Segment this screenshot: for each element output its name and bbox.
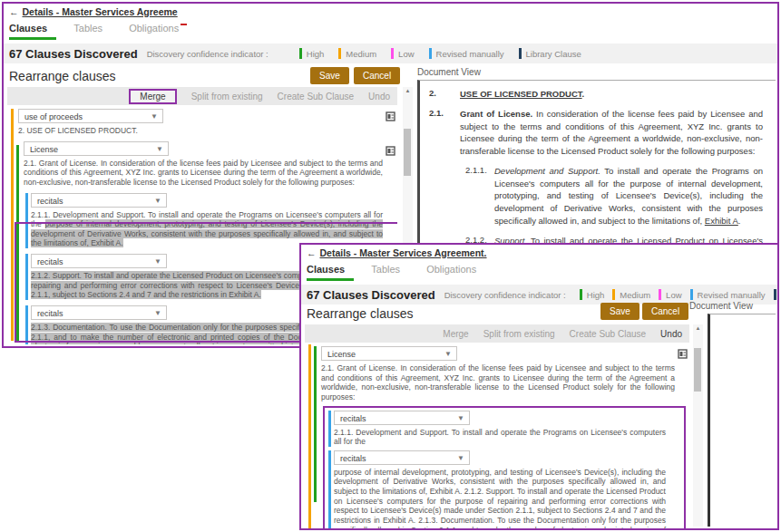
tab-obligations[interactable]: Obligations [426, 264, 476, 275]
confidence-indicator-label: Discovery confidence indicator : [147, 49, 268, 59]
merge-button[interactable]: Merge [443, 329, 468, 339]
chevron-down-icon: ▼ [154, 194, 161, 208]
clause-type-dropdown[interactable]: use of proceeds▼ [18, 109, 163, 123]
confidence-bar-revised [25, 305, 28, 344]
save-button[interactable]: Save [600, 303, 639, 320]
scrollbar-thumb[interactable] [694, 348, 701, 392]
clause-type-dropdown[interactable]: recitals▼ [31, 193, 167, 208]
high-color-bar [580, 289, 582, 300]
low-color-bar [659, 289, 661, 300]
clause-summary-bar: 67 Clauses Discovered Discovery confiden… [4, 44, 777, 63]
document-view-label: Document View [689, 301, 753, 311]
legend-high: High [580, 289, 605, 300]
goto-document-icon[interactable] [386, 143, 395, 153]
clause-type-dropdown[interactable]: recitals▼ [334, 411, 470, 425]
clause-block: recitals▼ 2.1.1. Development and Support… [31, 193, 397, 249]
clause-list-scrollbar[interactable]: ▲ [693, 324, 703, 527]
legend-revised: Revised manually [429, 48, 504, 59]
page-title-link[interactable]: Details - Master Services Agreement. [320, 247, 487, 258]
confidence-bar-high [314, 346, 317, 502]
page-title-link[interactable]: Details - Master Services Agreeme [23, 6, 178, 17]
create-sub-clause-button[interactable]: Create Sub Clause [570, 329, 647, 339]
cancel-button[interactable]: Cancel [354, 67, 400, 84]
document-view-label: Document View [417, 67, 481, 77]
legend-low: Low [391, 48, 414, 59]
clause-block: License▼ 2.1. Grant of License. In consi… [321, 344, 689, 402]
merged-clauses-annotation-box: recitals▼ 2.1.1. Development and Support… [323, 406, 686, 529]
tab-clauses[interactable]: Clauses [307, 264, 345, 275]
clause-count: 67 Clauses Discovered [9, 47, 138, 61]
clause-type-dropdown[interactable]: License▼ [24, 141, 169, 156]
back-arrow-icon[interactable]: ← [307, 247, 317, 258]
split-from-existing-button[interactable]: Split from existing [483, 329, 555, 339]
undo-button[interactable]: Undo [368, 92, 390, 102]
clause-type-dropdown[interactable]: recitals▼ [31, 254, 167, 268]
active-tab-indicator [307, 278, 354, 281]
clause-count: 67 Clauses Discovered [307, 288, 435, 302]
clause-toolbar: Merge Split from existing Create Sub Cla… [305, 324, 689, 343]
clause-toolbar: Merge Split from existing Create Sub Cla… [7, 87, 397, 105]
clause-block: License▼ 2.1. Grant of License. In consi… [24, 141, 397, 188]
save-button[interactable]: Save [310, 67, 349, 84]
clause-type-dropdown[interactable]: recitals▼ [31, 305, 167, 320]
tab-obligations[interactable]: Obligations [129, 23, 179, 34]
breadcrumb: ←Details - Master Services Agreeme [9, 6, 178, 17]
confidence-bar-revised [25, 193, 28, 249]
tab-clauses[interactable]: Clauses [9, 23, 47, 34]
confidence-bar-revised [25, 254, 28, 300]
exhibit-a-link: Exhibit A [705, 216, 738, 226]
low-color-bar [391, 48, 394, 59]
legend-library: Library Clause [519, 48, 581, 59]
screenshot-canvas: ←Details - Master Services Agreeme Claus… [0, 0, 781, 532]
confidence-bar-high [16, 145, 19, 341]
clause-type-dropdown[interactable]: recitals▼ [334, 450, 470, 465]
scroll-up-icon[interactable]: ▲ [693, 325, 703, 331]
clause-text: 2.1.1. Development and Support. To insta… [334, 428, 666, 447]
document-view [708, 314, 776, 527]
active-tab-indicator [9, 37, 56, 40]
doc-section: 2. USE OF LICENSED PRODUCT. [429, 88, 763, 101]
chevron-down-icon: ▼ [154, 255, 161, 269]
back-arrow-icon[interactable]: ← [9, 6, 19, 17]
scrollbar-thumb[interactable] [404, 129, 411, 176]
tab-tables[interactable]: Tables [371, 264, 400, 275]
clause-block: use of proceeds▼ 2. USE OF LICENSED PROD… [18, 107, 397, 136]
legend-medium: Medium [338, 48, 376, 59]
tab-bar: Clauses Tables Obligations [307, 264, 500, 275]
doc-section-title: Development and Support. [494, 166, 600, 176]
doc-section-title: USE OF LICENSED PRODUCT [460, 89, 582, 99]
scroll-up-icon[interactable]: ▲ [403, 88, 413, 93]
clause-text: 2.1. Grant of License. In consideration … [24, 159, 383, 188]
legend-library: Library Clause [774, 289, 777, 300]
legend-revised: Revised manually [690, 289, 766, 300]
legend-low: Low [659, 289, 681, 300]
confidence-bar-medium [11, 109, 14, 341]
confidence-bar-medium [308, 344, 311, 528]
chevron-down-icon: ▼ [444, 347, 452, 362]
rearrange-clauses-heading: Rearrange clauses [9, 69, 116, 83]
doc-section: 2.1. Grant of License. In consideration … [429, 108, 763, 158]
library-color-bar [519, 48, 522, 59]
tab-bar: Clauses Tables Obligations [9, 23, 202, 34]
split-from-existing-button[interactable]: Split from existing [191, 92, 263, 102]
merge-button[interactable]: Merge [129, 89, 176, 104]
clause-type-dropdown[interactable]: License▼ [321, 346, 457, 361]
chevron-down-icon: ▼ [151, 110, 158, 124]
legend-medium: Medium [612, 289, 650, 300]
goto-document-icon[interactable] [386, 109, 395, 119]
undo-button[interactable]: Undo [660, 329, 682, 339]
confidence-indicator-label: Discovery confidence indicator : [444, 290, 566, 300]
cancel-button[interactable]: Cancel [642, 303, 688, 320]
clause-block: recitals▼ purpose of internal developmen… [334, 450, 680, 528]
doc-section-number: 2. [429, 88, 460, 101]
doc-section-title: Grant of License. [460, 109, 532, 119]
library-color-bar [774, 289, 776, 300]
revised-color-bar [690, 289, 693, 300]
create-sub-clause-button[interactable]: Create Sub Clause [278, 92, 355, 102]
revised-color-bar [429, 48, 432, 59]
legend-high: High [299, 48, 325, 59]
doc-section: 2.1.1. Development and Support. To insta… [465, 165, 763, 227]
tab-tables[interactable]: Tables [73, 23, 103, 34]
goto-document-icon[interactable] [678, 346, 688, 356]
confidence-bar-revised [328, 411, 331, 447]
